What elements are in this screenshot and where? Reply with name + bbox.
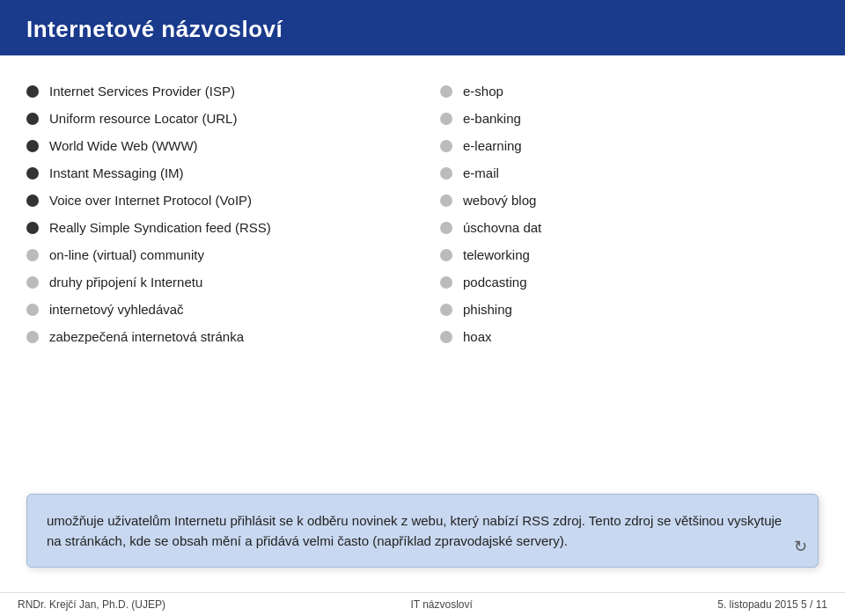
list-item: Voice over Internet Protocol (VoIP) <box>26 191 405 209</box>
slide-footer: RNDr. Krejčí Jan, Ph.D. (UJEP) IT názvos… <box>0 592 845 616</box>
header-title: Internetové názvosloví <box>26 16 283 42</box>
light-bullet-icon <box>440 85 452 98</box>
light-bullet-icon <box>440 249 452 261</box>
light-bullet-icon <box>440 331 452 343</box>
list-item: e-mail <box>440 164 819 182</box>
list-item: hoax <box>440 327 819 346</box>
dark-bullet-icon <box>26 85 39 98</box>
list-item: zabezpečená internetová stránka <box>26 327 405 346</box>
light-bullet-icon <box>26 304 39 316</box>
list-item: Really Simple Syndication feed (RSS) <box>26 218 405 237</box>
list-item-text: úschovna dat <box>463 218 541 237</box>
list-item-text: e-mail <box>463 164 499 182</box>
main-content: Internet Services Provider (ISP)Uniform … <box>0 55 845 355</box>
list-item-text: internetový vyhledávač <box>49 300 184 319</box>
light-bullet-icon <box>440 222 452 234</box>
tooltip-popup: umožňuje uživatelům Internetu přihlásit … <box>26 494 819 568</box>
light-bullet-icon <box>440 140 452 152</box>
list-item-text: e-banking <box>463 109 521 128</box>
right-list: e-shope-bankinge-learninge-mailwebový bl… <box>440 82 819 346</box>
tooltip-arrow-icon: ↻ <box>794 535 807 560</box>
list-item: teleworking <box>440 246 819 264</box>
dark-bullet-icon <box>26 222 39 234</box>
light-bullet-icon <box>440 113 452 125</box>
dark-bullet-icon <box>26 140 39 152</box>
list-item-text: zabezpečená internetová stránka <box>49 327 244 346</box>
list-item: webový blog <box>440 191 819 209</box>
list-item-text: Instant Messaging (IM) <box>49 164 184 182</box>
list-item-text: webový blog <box>463 191 536 209</box>
list-item-text: phishing <box>463 300 512 319</box>
list-item: internetový vyhledávač <box>26 300 405 319</box>
slide-header: Internetové názvosloví <box>0 0 845 55</box>
list-item: phishing <box>440 300 819 319</box>
list-item: on-line (virtual) community <box>26 246 405 264</box>
list-item-text: hoax <box>463 327 492 346</box>
list-item: e-learning <box>440 136 819 155</box>
list-item: druhy připojení k Internetu <box>26 273 405 291</box>
list-item: Uniform resource Locator (URL) <box>26 109 405 128</box>
dark-bullet-icon <box>26 194 39 207</box>
list-item: e-banking <box>440 109 819 128</box>
list-item: Internet Services Provider (ISP) <box>26 82 405 100</box>
light-bullet-icon <box>440 167 452 180</box>
light-bullet-icon <box>26 331 39 343</box>
list-item-text: teleworking <box>463 246 530 264</box>
light-bullet-icon <box>440 276 452 289</box>
light-bullet-icon <box>440 304 452 316</box>
tooltip-text: umožňuje uživatelům Internetu přihlásit … <box>47 513 782 548</box>
light-bullet-icon <box>26 276 39 289</box>
list-item-text: podcasting <box>463 273 527 291</box>
right-column: e-shope-bankinge-learninge-mailwebový bl… <box>422 82 819 355</box>
list-item: World Wide Web (WWW) <box>26 136 405 155</box>
footer-author: RNDr. Krejčí Jan, Ph.D. (UJEP) <box>18 598 165 611</box>
list-item-text: on-line (virtual) community <box>49 246 204 264</box>
list-item-text: e-shop <box>463 82 503 100</box>
list-item: úschovna dat <box>440 218 819 237</box>
light-bullet-icon <box>440 194 452 207</box>
list-item: Instant Messaging (IM) <box>26 164 405 182</box>
list-item-text: Uniform resource Locator (URL) <box>49 109 237 128</box>
dark-bullet-icon <box>26 167 39 180</box>
list-item-text: druhy připojení k Internetu <box>49 273 202 291</box>
list-item-text: Really Simple Syndication feed (RSS) <box>49 218 271 237</box>
list-item: podcasting <box>440 273 819 291</box>
list-item-text: World Wide Web (WWW) <box>49 136 198 155</box>
footer-pagination: 5. listopadu 2015 5 / 11 <box>717 598 827 611</box>
list-item: e-shop <box>440 82 819 100</box>
light-bullet-icon <box>26 249 39 261</box>
footer-title: IT názvosloví <box>410 598 472 611</box>
left-column: Internet Services Provider (ISP)Uniform … <box>26 82 422 355</box>
list-item-text: Internet Services Provider (ISP) <box>49 82 235 100</box>
dark-bullet-icon <box>26 113 39 125</box>
list-item-text: e-learning <box>463 136 522 155</box>
left-list: Internet Services Provider (ISP)Uniform … <box>26 82 405 346</box>
list-item-text: Voice over Internet Protocol (VoIP) <box>49 191 252 209</box>
